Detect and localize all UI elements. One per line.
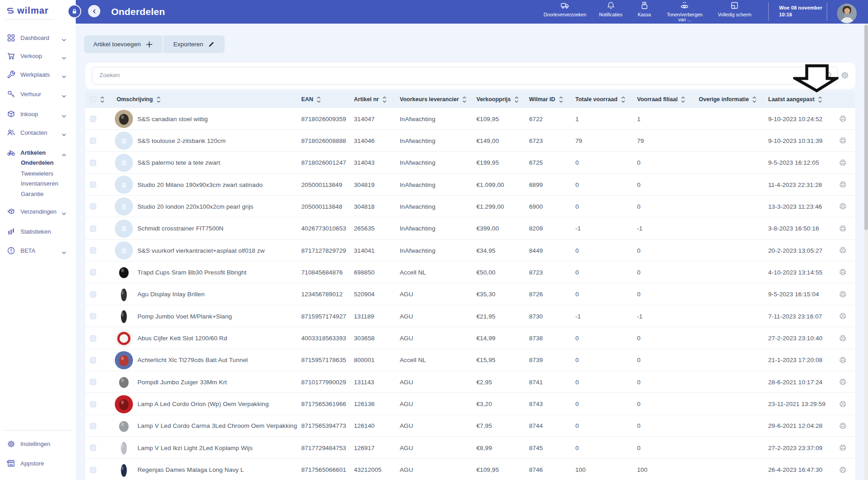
row-checkbox[interactable]: [90, 116, 96, 122]
row-checkbox[interactable]: [90, 225, 96, 232]
column-header-ean[interactable]: EAN: [301, 91, 321, 108]
sort-icon[interactable]: [818, 96, 822, 103]
select-all-checkbox[interactable]: [90, 96, 96, 103]
sort-icon[interactable]: [462, 96, 466, 103]
sidebar-item-garantie[interactable]: Garantie: [0, 189, 76, 200]
sidebar-item-dashboard[interactable]: Dashboard: [0, 33, 76, 44]
row-checkbox[interactable]: [90, 137, 96, 144]
row-checkbox[interactable]: [90, 467, 96, 473]
sidebar-item-instellingen[interactable]: Instellingen: [0, 439, 76, 450]
print-icon[interactable]: [839, 421, 847, 430]
table-row[interactable]: S&S canadian stoel wittig871802600935931…: [85, 108, 855, 130]
table-row[interactable]: Regenjas Dames Malaga Long Navy L8717565…: [85, 459, 855, 480]
sidebar-item-contacten[interactable]: Contacten: [0, 127, 76, 138]
sort-icon[interactable]: [100, 96, 104, 103]
print-icon[interactable]: [839, 377, 847, 386]
print-icon[interactable]: [839, 356, 847, 364]
row-checkbox[interactable]: [90, 203, 96, 210]
sidebar-item-inkoop[interactable]: Inkoop: [0, 109, 76, 120]
sort-icon[interactable]: [681, 96, 685, 103]
table-row[interactable]: Pompdl Jumbo Zuiger 33Mm Krt871017799002…: [85, 371, 855, 393]
header-action-volledig-scherm[interactable]: Volledig scherm: [718, 1, 751, 17]
row-checkbox[interactable]: [90, 181, 96, 188]
print-icon[interactable]: [839, 290, 847, 299]
table-row[interactable]: SStudio 20 Milano 190x90x3cm zwart satin…: [85, 174, 855, 196]
print-icon[interactable]: [839, 202, 847, 211]
table-row[interactable]: Trapd Cups Sram Bb30 Pressfit Bbright710…: [85, 261, 855, 283]
sidebar-item-beta[interactable]: BETA: [0, 245, 76, 256]
sort-icon[interactable]: [515, 96, 519, 103]
table-row[interactable]: SStudio 20 london 220x100x2cm pearl grij…: [85, 196, 855, 217]
print-icon[interactable]: [839, 158, 847, 167]
print-icon[interactable]: [839, 180, 847, 189]
print-icon[interactable]: [839, 224, 847, 233]
export-button[interactable]: Exporteren: [163, 35, 225, 53]
sidebar-item-onderdelen[interactable]: Onderdelen: [0, 157, 76, 168]
print-icon[interactable]: [839, 334, 847, 343]
sort-icon[interactable]: [383, 96, 387, 103]
row-checkbox[interactable]: [90, 401, 96, 407]
column-header-totale-voorraad[interactable]: Totale voorraad: [575, 91, 625, 108]
header-action-notificaties[interactable]: Notificaties: [599, 1, 622, 17]
row-checkbox[interactable]: [90, 357, 96, 363]
column-header-wilmar-id[interactable]: Wilmar ID: [529, 91, 563, 108]
column-header-laatst-aangepast[interactable]: Laatst aangepast: [768, 91, 822, 108]
print-icon[interactable]: [839, 114, 847, 123]
column-header-artikel-nr[interactable]: Artikel nr: [354, 91, 387, 108]
print-icon[interactable]: [839, 465, 847, 474]
print-icon[interactable]: [839, 246, 847, 255]
sort-icon[interactable]: [157, 96, 161, 103]
scrollbar-thumb[interactable]: [864, 25, 868, 230]
table-row[interactable]: Achterlicht Xlc Tl279cds Batt Aut Tunnel…: [85, 349, 855, 371]
sidebar-item-verhuur[interactable]: Verhuur: [0, 89, 76, 100]
column-header-omschrijving[interactable]: Omschrijving: [117, 91, 161, 108]
column-header-overige-informatie[interactable]: Overige informatie: [699, 91, 756, 108]
header-action-doorleververzoeken[interactable]: Doorleververzoeken: [544, 1, 586, 17]
print-icon[interactable]: [839, 443, 847, 452]
table-row[interactable]: Lamp V Led Cordo Carma 3Led Chroom Oem V…: [85, 415, 855, 437]
row-checkbox[interactable]: [90, 269, 96, 275]
row-checkbox[interactable]: [90, 423, 96, 429]
sort-icon[interactable]: [621, 96, 625, 103]
print-icon[interactable]: [839, 400, 847, 408]
row-checkbox[interactable]: [90, 291, 96, 298]
print-icon[interactable]: [839, 312, 847, 320]
column-header-voorkeurs-leverancier[interactable]: Voorkeurs leverancier: [400, 91, 466, 108]
table-row[interactable]: SS&S toulouse 2-zitsbank 120cm8718026008…: [85, 130, 855, 152]
sort-icon[interactable]: [559, 96, 563, 103]
sidebar-item-artikelen[interactable]: Artikelen: [0, 147, 76, 158]
column-header-verkoopprijs[interactable]: Verkoopprijs: [476, 91, 519, 108]
print-icon[interactable]: [839, 268, 847, 276]
row-checkbox[interactable]: [90, 313, 96, 319]
row-checkbox[interactable]: [90, 160, 96, 166]
row-checkbox[interactable]: [90, 335, 96, 342]
row-checkbox[interactable]: [90, 445, 96, 451]
print-icon[interactable]: [839, 136, 847, 145]
table-settings-gear-icon[interactable]: [840, 71, 849, 80]
table-row[interactable]: SS&S vuurkorf vierkantraciet+asplaat olf…: [85, 240, 855, 261]
sidebar-item-verzendingen[interactable]: Verzendingen: [0, 206, 76, 217]
add-article-button[interactable]: Artikel toevoegen: [84, 35, 162, 53]
row-checkbox[interactable]: [90, 379, 96, 385]
sidebar-item-tweewielers[interactable]: Tweewielers: [0, 168, 76, 179]
table-row[interactable]: Pomp Jumbo Voet M/Plank+Slang87159571749…: [85, 305, 855, 327]
sidebar-item-appstore[interactable]: Appstore: [0, 458, 76, 469]
back-button[interactable]: [88, 5, 100, 17]
sort-icon[interactable]: [317, 96, 321, 103]
sidebar-item-inventariseren[interactable]: Inventariseren: [0, 178, 76, 189]
table-row[interactable]: Lamp V Led Ikzi Light 2Led Koplamp Wijs8…: [85, 437, 855, 459]
header-action-kassa[interactable]: Kassa: [638, 1, 651, 17]
table-row[interactable]: SSchmidt crosstrainer FIT7500N4026773010…: [85, 218, 855, 240]
sidebar-item-statistieken[interactable]: Statistieken: [0, 226, 76, 237]
table-row[interactable]: Lamp A Led Cordo Orion (Wp) Oem Verpakki…: [85, 393, 855, 415]
search-input[interactable]: [92, 67, 838, 84]
sort-icon[interactable]: [752, 96, 756, 103]
sidebar-item-verkoop[interactable]: Verkoop: [0, 51, 76, 62]
table-row[interactable]: SS&S palermo tete a tete zwart8718026001…: [85, 152, 855, 174]
lock-button[interactable]: [68, 5, 81, 18]
header-action-tonen-verbergen[interactable]: Tonen/verbergenvan ...: [667, 1, 703, 22]
brand-logo[interactable]: wilmar: [6, 5, 49, 16]
row-checkbox[interactable]: [90, 247, 96, 254]
column-header-voorraad-filiaal[interactable]: Voorraad filiaal: [637, 91, 685, 108]
sidebar-item-werkplaats[interactable]: Werkplaats: [0, 69, 76, 80]
